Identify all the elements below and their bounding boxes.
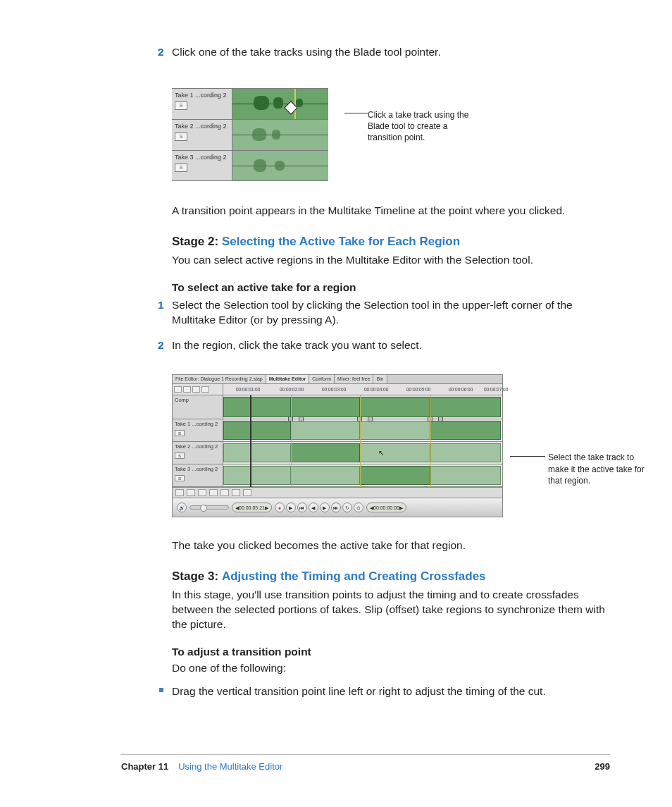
- tool-palette: [173, 384, 223, 395]
- comp-clip-area[interactable]: [223, 395, 502, 419]
- bullet-text: Drag the vertical transition point line …: [172, 685, 546, 697]
- toolbar-button[interactable]: [243, 489, 251, 496]
- solo-button[interactable]: S: [175, 101, 187, 110]
- take-row-1: Take 1 ...cording 2 S: [172, 88, 328, 119]
- chapter-label: Chapter 11: [121, 760, 168, 773]
- timecode-display-1: ◀ 00:00:05:21 ▶: [232, 503, 272, 512]
- time-tick: 00:00:04:00: [364, 387, 388, 393]
- take-label: Take 2 ...cording 2 S: [172, 120, 232, 150]
- take-clip-area[interactable]: [223, 464, 502, 486]
- step-text: Click one of the take tracks using the B…: [172, 46, 441, 58]
- time-ruler[interactable]: 00:00:01:00 00:00:02:00 00:00:03:00 00:0…: [223, 384, 502, 395]
- tool-button[interactable]: [201, 386, 209, 393]
- stage-title: Selecting the Active Take for Each Regio…: [222, 235, 460, 248]
- take-waveform[interactable]: [232, 89, 328, 119]
- toolbar-button[interactable]: [198, 489, 206, 496]
- tab-bin[interactable]: Bin: [373, 375, 387, 383]
- callout-line: [344, 113, 368, 113]
- speaker-icon[interactable]: 🔊: [177, 503, 187, 512]
- toolbar-button[interactable]: [187, 489, 195, 496]
- toolbar-button[interactable]: [175, 489, 184, 496]
- selection-tool-button[interactable]: [174, 386, 182, 393]
- tab-bar: File Editor: Dialogue 1 Recording 2.stap…: [173, 375, 502, 384]
- toolbar-button[interactable]: [220, 489, 229, 496]
- take-row-2: Take 2 ...cording 2 S: [172, 119, 328, 150]
- toolbar-button[interactable]: [209, 489, 218, 496]
- stage-label: Stage 2:: [172, 235, 218, 248]
- take-waveform[interactable]: [232, 151, 328, 180]
- chapter-title: Using the Multitake Editor: [178, 760, 282, 773]
- step-number: 2: [158, 45, 164, 60]
- record-button[interactable]: ●: [275, 503, 285, 512]
- time-tick: 00:00:07:00: [484, 387, 508, 393]
- solo-button[interactable]: S: [175, 452, 185, 459]
- tool-button[interactable]: [192, 386, 200, 393]
- solo-button[interactable]: S: [175, 164, 187, 172]
- take-track-row-2: Take 2 ...cording 2 S ↖: [173, 442, 502, 464]
- track-name: Take 1 ...cording 2: [175, 421, 220, 428]
- stage-3-heading: Stage 3: Adjusting the Timing and Creati…: [172, 569, 609, 585]
- cursor-arrow-icon: ↖: [378, 448, 384, 458]
- take-name: Take 2 ...cording 2: [175, 122, 229, 130]
- ffwd-button[interactable]: ⏭: [331, 503, 341, 512]
- time-tick: 00:00:05:00: [406, 387, 430, 393]
- paragraph: A transition point appears in the Multit…: [172, 204, 609, 218]
- take-clip-area[interactable]: [223, 419, 502, 441]
- track-name: Comp: [175, 397, 220, 404]
- tab-conform[interactable]: Conform: [309, 375, 335, 383]
- transport-button[interactable]: ⊙: [354, 503, 363, 512]
- step-text: Select the Selection tool by clicking th…: [172, 299, 573, 326]
- tab-multitake-editor[interactable]: Multitake Editor: [266, 375, 310, 383]
- next-button[interactable]: ▶: [320, 503, 330, 512]
- paragraph: The take you clicked becomes the active …: [172, 538, 609, 553]
- step-2: 2 Click one of the take tracks using the…: [172, 45, 609, 60]
- time-tick: 00:00:02:00: [280, 387, 304, 393]
- task-heading: To adjust a transition point: [172, 645, 609, 660]
- task-heading: To select an active take for a region: [172, 281, 609, 295]
- figure-2: File Editor: Dialogue 1 Recording 2.stap…: [172, 374, 609, 517]
- solo-button[interactable]: S: [175, 430, 185, 436]
- take-label: Take 1 ...cording 2 S: [172, 89, 232, 119]
- step-number: 1: [158, 298, 164, 313]
- play-button[interactable]: ▶: [286, 503, 296, 512]
- time-tick: 00:00:03:00: [322, 387, 346, 393]
- solo-button[interactable]: S: [175, 133, 187, 141]
- bullet-icon: [159, 688, 163, 692]
- blade-tool-button[interactable]: [183, 386, 191, 393]
- loop-button[interactable]: ↻: [342, 503, 352, 512]
- stage2-step-1: 1 Select the Selection tool by clicking …: [172, 298, 609, 328]
- callout-line: [510, 456, 545, 457]
- track-label: Take 2 ...cording 2 S: [173, 442, 223, 464]
- step-text: In the region, click the take track you …: [172, 339, 422, 351]
- stage-title: Adjusting the Timing and Creating Crossf…: [222, 569, 486, 583]
- toolbar-button[interactable]: [232, 489, 240, 496]
- bullet-item: Drag the vertical transition point line …: [172, 684, 609, 699]
- multitake-editor-window: File Editor: Dialogue 1 Recording 2.stap…: [172, 374, 503, 517]
- figure-1: Take 1 ...cording 2 S Take 2 ...cording …: [172, 88, 609, 181]
- rewind-button[interactable]: ⏮: [297, 503, 307, 512]
- stage-2-heading: Stage 2: Selecting the Active Take for E…: [172, 234, 609, 250]
- tab-mixer[interactable]: Mixer: feel free: [335, 375, 373, 383]
- task-subtext: Do one of the following:: [172, 661, 609, 676]
- stage-intro: In this stage, you'll use transition poi…: [172, 588, 609, 632]
- transport-bar: 🔊 ◀ 00:00:05:21 ▶ ● ▶ ⏮ ◀ ▶ ⏭ ↻ ⊙ ◀ 00:0…: [173, 498, 502, 517]
- transport-controls: ● ▶ ⏮ ◀ ▶ ⏭ ↻ ⊙: [275, 503, 363, 512]
- stage2-step-2: 2 In the region, click the take track yo…: [172, 338, 609, 353]
- take-tracks-panel: Take 1 ...cording 2 S Take 2 ...cording …: [172, 88, 328, 181]
- track-name: Take 3 ...cording 2: [175, 466, 220, 473]
- volume-slider[interactable]: [189, 505, 229, 510]
- solo-button[interactable]: S: [175, 475, 185, 481]
- take-name: Take 1 ...cording 2: [175, 91, 229, 99]
- take-clip-area[interactable]: ↖: [223, 442, 502, 464]
- time-tick: 00:00:01:00: [236, 387, 260, 393]
- prev-button[interactable]: ◀: [309, 503, 318, 512]
- tab-file-editor[interactable]: File Editor: Dialogue 1 Recording 2.stap: [173, 375, 266, 383]
- step-number: 2: [158, 338, 164, 353]
- take-waveform[interactable]: [232, 120, 328, 150]
- track-label: Comp: [173, 395, 223, 419]
- take-row-3: Take 3 ...cording 2 S: [172, 150, 328, 181]
- stage-intro: You can select active regions in the Mul…: [172, 253, 609, 268]
- tracks-area: Comp Take 1 ...cording 2 S: [173, 395, 502, 487]
- take-name: Take 3 ...cording 2: [175, 153, 229, 161]
- ruler-header: 00:00:01:00 00:00:02:00 00:00:03:00 00:0…: [173, 384, 502, 395]
